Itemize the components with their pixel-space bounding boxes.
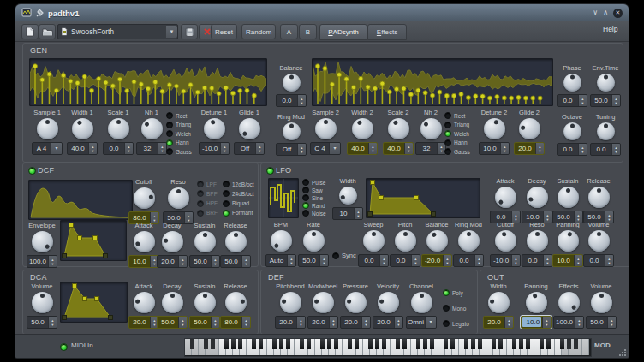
lfo-ringmod-knob[interactable]: Ring Mod0.0▴▾ [450, 221, 487, 267]
lfo-sweep-spinner-arrows-icon[interactable]: ▴▾ [379, 255, 388, 266]
radio-24db-oct[interactable]: 24dB/oct [223, 190, 257, 197]
def-velocity-dial[interactable] [378, 292, 399, 313]
lfo-decay-dial[interactable] [527, 187, 548, 208]
lfo-bpm-spinbox[interactable]: Auto▴▾ [265, 254, 296, 267]
open-preset-button[interactable] [39, 24, 56, 39]
lfo-reso-dial[interactable] [527, 230, 548, 252]
mod-button[interactable]: MOD [594, 341, 611, 349]
radio-lpf[interactable]: LPF [197, 181, 223, 187]
radio-hann[interactable]: Hann [444, 139, 472, 146]
lfo-sync-checkbox[interactable]: Sync [332, 252, 356, 259]
lfo-reso-knob[interactable]: Reso0.0▴▾ [520, 221, 554, 267]
dcf-release-spinbox[interactable]: 50.0▴▾ [220, 255, 251, 268]
gen-ringmod-knob[interactable]: Ring ModOff▴▾ [273, 113, 309, 156]
def-modwheel-knob[interactable]: Modwheel20.0▴▾ [306, 282, 340, 329]
white-key[interactable] [582, 339, 589, 355]
out-width-dial[interactable] [488, 292, 510, 313]
preset-a-button[interactable]: A [280, 24, 298, 39]
dca-decay-dial[interactable] [162, 292, 183, 313]
gen-scale1-spinner-arrows-icon[interactable]: ▴▾ [124, 143, 133, 154]
black-key[interactable] [560, 339, 564, 349]
out-volume-knob[interactable]: Volume50.0▴▾ [585, 282, 617, 329]
dca-decay-knob[interactable]: Decay50.0▴▾ [155, 282, 189, 329]
out-panning-knob[interactable]: Panning-10.0▴▾ [520, 282, 552, 329]
dcf-envelope-dial[interactable] [32, 231, 53, 252]
dcf-decay-knob[interactable]: Decay20.0▴▾ [155, 222, 189, 268]
pin-icon[interactable] [36, 9, 44, 17]
radio-pulse[interactable]: Pulse [302, 179, 330, 186]
lfo-width-spinner-arrows-icon[interactable]: ▴▾ [354, 208, 362, 219]
def-modwheel-spinner-arrows-icon[interactable]: ▴▾ [329, 317, 337, 328]
lfo-reso-spinbox[interactable]: 0.0▴▾ [522, 254, 552, 267]
black-key[interactable] [279, 339, 283, 349]
gen-sample1-combobox[interactable]: A 4▾ [32, 142, 63, 155]
gen-width1-spinbox[interactable]: 40.0▴▾ [67, 142, 98, 155]
dca-volume-dial[interactable] [32, 292, 53, 313]
lfo-volume-spinner-arrows-icon[interactable]: ▴▾ [605, 255, 613, 266]
lfo-width-dial[interactable] [339, 187, 357, 205]
gen-octave-dial[interactable] [564, 122, 581, 140]
black-key[interactable] [492, 339, 496, 349]
gen-phase-knob[interactable]: Phase0.0▴▾ [555, 64, 589, 107]
lfo-panning-dial[interactable] [558, 230, 579, 252]
black-key[interactable] [498, 339, 503, 349]
gen-octave-spinbox[interactable]: 0.0▴▾ [557, 143, 587, 156]
lfo-panning-spinbox[interactable]: 10.0▴▾ [552, 254, 583, 267]
def-velocity-knob[interactable]: Velocity20.0▴▾ [371, 282, 405, 329]
gen-detune1-dial[interactable] [204, 118, 225, 139]
lfo-envelope-display[interactable] [366, 178, 480, 218]
lfo-cutoff-spinner-arrows-icon[interactable]: ▴▾ [511, 255, 520, 266]
gen-detune1-spinbox[interactable]: -10.0▴▾ [199, 142, 230, 155]
lfo-release-dial[interactable] [588, 187, 610, 208]
black-key[interactable] [348, 339, 352, 349]
radio-poly[interactable]: Poly [443, 289, 475, 296]
gen-nh1-knob[interactable]: Nh 132▴▾ [135, 109, 168, 155]
black-key[interactable] [272, 339, 277, 349]
harmonics-display-1[interactable] [29, 58, 267, 106]
radio-triang[interactable]: Triang [444, 122, 472, 128]
dcf-release-spinner-arrows-icon[interactable]: ▴▾ [242, 256, 250, 267]
out-volume-spinner-arrows-icon[interactable]: ▴▾ [607, 317, 616, 328]
black-key[interactable] [334, 339, 338, 349]
black-key[interactable] [286, 339, 290, 349]
gen-octave-spinner-arrows-icon[interactable]: ▴▾ [578, 144, 587, 155]
black-key[interactable] [519, 339, 523, 349]
dcf-envelope-display[interactable] [60, 220, 127, 261]
radio-noise[interactable]: Noise [302, 210, 330, 217]
lfo-sustain-dial[interactable] [558, 187, 579, 208]
radio-bpf[interactable]: BPF [197, 190, 223, 197]
def-velocity-spinner-arrows-icon[interactable]: ▴▾ [394, 317, 402, 328]
midi-in-led[interactable] [60, 343, 68, 351]
gen-phase-spinbox[interactable]: 0.0▴▾ [557, 94, 587, 107]
radio-12db-oct[interactable]: 12dB/oct [223, 181, 257, 187]
maximize-icon[interactable]: ∧ [603, 9, 608, 16]
out-width-knob[interactable]: Width20.0▴▾ [482, 282, 515, 329]
black-key[interactable] [546, 339, 551, 349]
out-effects-spinbox[interactable]: 100.0▴▾ [553, 316, 584, 329]
dca-attack-dial[interactable] [134, 292, 155, 313]
dcf-led[interactable] [28, 167, 36, 175]
gen-width1-dial[interactable] [72, 118, 93, 139]
gen-sample1-dial[interactable] [37, 118, 58, 139]
dcf-reso-dial[interactable] [168, 187, 189, 209]
gen-sample2-dropdown-arrow-icon[interactable]: ▾ [329, 143, 340, 154]
black-key[interactable] [231, 339, 236, 349]
def-channel-dial[interactable] [411, 292, 432, 313]
dca-decay-spinbox[interactable]: 50.0▴▾ [157, 316, 188, 329]
preset-b-button[interactable]: B [299, 24, 317, 39]
gen-scale2-spinbox[interactable]: 40.0▴▾ [383, 142, 414, 155]
lfo-volume-spinbox[interactable]: 0.0▴▾ [583, 254, 614, 267]
radio-gauss[interactable]: Gauss [444, 148, 472, 155]
out-volume-spinbox[interactable]: 50.0▴▾ [586, 316, 617, 329]
gen-scale2-dial[interactable] [388, 118, 409, 139]
lfo-ringmod-spinbox[interactable]: 0.0▴▾ [453, 254, 484, 267]
radio-triang[interactable]: Triang [166, 122, 194, 128]
gen-glide1-dial[interactable] [239, 118, 260, 139]
dcf-envelope-spinner-arrows-icon[interactable]: ▴▾ [48, 256, 57, 267]
lfo-sweep-spinbox[interactable]: 0.0▴▾ [358, 254, 389, 267]
gen-balance-spinbox[interactable]: 0.0▴▾ [276, 94, 307, 107]
gen-glide2-spinbox[interactable]: 20.0▴▾ [514, 142, 545, 155]
radio-formant[interactable]: Formant [223, 210, 257, 217]
gen-detune1-knob[interactable]: Detune 1-10.0▴▾ [195, 109, 233, 155]
radio-gauss[interactable]: Gauss [166, 148, 194, 155]
